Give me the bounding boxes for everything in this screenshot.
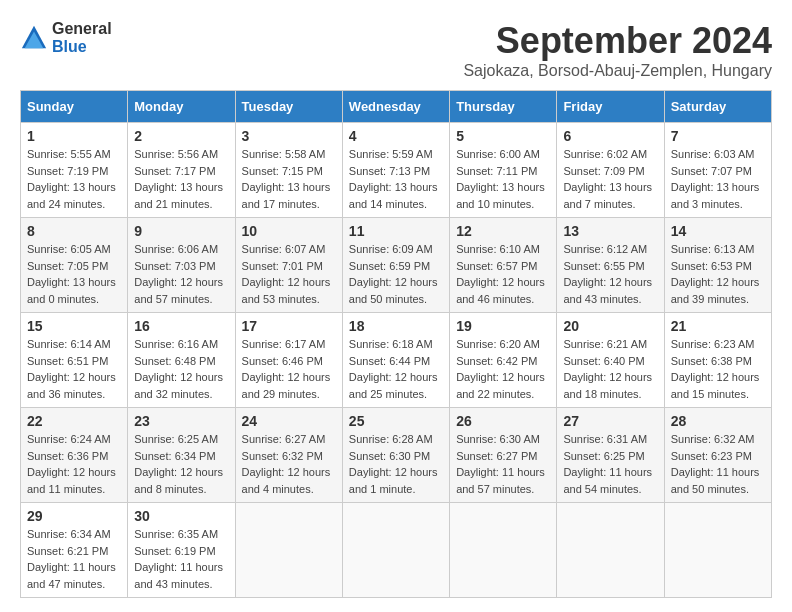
- day-number: 9: [134, 223, 228, 239]
- day-cell: 11Sunrise: 6:09 AM Sunset: 6:59 PM Dayli…: [342, 218, 449, 313]
- day-cell: 10Sunrise: 6:07 AM Sunset: 7:01 PM Dayli…: [235, 218, 342, 313]
- day-cell: 18Sunrise: 6:18 AM Sunset: 6:44 PM Dayli…: [342, 313, 449, 408]
- day-number: 18: [349, 318, 443, 334]
- day-cell: 27Sunrise: 6:31 AM Sunset: 6:25 PM Dayli…: [557, 408, 664, 503]
- week-row-4: 22Sunrise: 6:24 AM Sunset: 6:36 PM Dayli…: [21, 408, 772, 503]
- day-cell: 15Sunrise: 6:14 AM Sunset: 6:51 PM Dayli…: [21, 313, 128, 408]
- day-detail: Sunrise: 5:59 AM Sunset: 7:13 PM Dayligh…: [349, 146, 443, 212]
- logo-general: General: [52, 20, 112, 38]
- title-section: September 2024 Sajokaza, Borsod-Abauj-Ze…: [463, 20, 772, 80]
- month-title: September 2024: [463, 20, 772, 62]
- weekday-header-row: Sunday Monday Tuesday Wednesday Thursday…: [21, 91, 772, 123]
- day-detail: Sunrise: 6:20 AM Sunset: 6:42 PM Dayligh…: [456, 336, 550, 402]
- day-cell: 21Sunrise: 6:23 AM Sunset: 6:38 PM Dayli…: [664, 313, 771, 408]
- day-detail: Sunrise: 6:14 AM Sunset: 6:51 PM Dayligh…: [27, 336, 121, 402]
- day-detail: Sunrise: 5:56 AM Sunset: 7:17 PM Dayligh…: [134, 146, 228, 212]
- day-detail: Sunrise: 6:07 AM Sunset: 7:01 PM Dayligh…: [242, 241, 336, 307]
- day-number: 23: [134, 413, 228, 429]
- day-detail: Sunrise: 6:05 AM Sunset: 7:05 PM Dayligh…: [27, 241, 121, 307]
- day-number: 4: [349, 128, 443, 144]
- day-cell: 28Sunrise: 6:32 AM Sunset: 6:23 PM Dayli…: [664, 408, 771, 503]
- page-header: General Blue September 2024 Sajokaza, Bo…: [20, 20, 772, 80]
- day-number: 30: [134, 508, 228, 524]
- day-number: 16: [134, 318, 228, 334]
- day-cell: 6Sunrise: 6:02 AM Sunset: 7:09 PM Daylig…: [557, 123, 664, 218]
- day-detail: Sunrise: 6:34 AM Sunset: 6:21 PM Dayligh…: [27, 526, 121, 592]
- day-number: 6: [563, 128, 657, 144]
- header-thursday: Thursday: [450, 91, 557, 123]
- day-detail: Sunrise: 6:00 AM Sunset: 7:11 PM Dayligh…: [456, 146, 550, 212]
- day-cell: 3Sunrise: 5:58 AM Sunset: 7:15 PM Daylig…: [235, 123, 342, 218]
- day-number: 17: [242, 318, 336, 334]
- day-cell: [664, 503, 771, 598]
- day-cell: 14Sunrise: 6:13 AM Sunset: 6:53 PM Dayli…: [664, 218, 771, 313]
- week-row-1: 1Sunrise: 5:55 AM Sunset: 7:19 PM Daylig…: [21, 123, 772, 218]
- day-detail: Sunrise: 6:24 AM Sunset: 6:36 PM Dayligh…: [27, 431, 121, 497]
- day-number: 8: [27, 223, 121, 239]
- day-number: 21: [671, 318, 765, 334]
- day-number: 22: [27, 413, 121, 429]
- day-cell: 9Sunrise: 6:06 AM Sunset: 7:03 PM Daylig…: [128, 218, 235, 313]
- day-number: 25: [349, 413, 443, 429]
- day-detail: Sunrise: 6:31 AM Sunset: 6:25 PM Dayligh…: [563, 431, 657, 497]
- day-cell: 29Sunrise: 6:34 AM Sunset: 6:21 PM Dayli…: [21, 503, 128, 598]
- day-detail: Sunrise: 6:32 AM Sunset: 6:23 PM Dayligh…: [671, 431, 765, 497]
- week-row-3: 15Sunrise: 6:14 AM Sunset: 6:51 PM Dayli…: [21, 313, 772, 408]
- day-number: 14: [671, 223, 765, 239]
- day-detail: Sunrise: 6:28 AM Sunset: 6:30 PM Dayligh…: [349, 431, 443, 497]
- day-number: 1: [27, 128, 121, 144]
- week-row-5: 29Sunrise: 6:34 AM Sunset: 6:21 PM Dayli…: [21, 503, 772, 598]
- day-detail: Sunrise: 6:35 AM Sunset: 6:19 PM Dayligh…: [134, 526, 228, 592]
- day-cell: 5Sunrise: 6:00 AM Sunset: 7:11 PM Daylig…: [450, 123, 557, 218]
- calendar-table: Sunday Monday Tuesday Wednesday Thursday…: [20, 90, 772, 598]
- header-monday: Monday: [128, 91, 235, 123]
- day-detail: Sunrise: 6:16 AM Sunset: 6:48 PM Dayligh…: [134, 336, 228, 402]
- day-detail: Sunrise: 6:25 AM Sunset: 6:34 PM Dayligh…: [134, 431, 228, 497]
- day-number: 28: [671, 413, 765, 429]
- logo-text: General Blue: [52, 20, 112, 56]
- day-cell: 30Sunrise: 6:35 AM Sunset: 6:19 PM Dayli…: [128, 503, 235, 598]
- day-cell: [342, 503, 449, 598]
- day-number: 19: [456, 318, 550, 334]
- day-detail: Sunrise: 6:17 AM Sunset: 6:46 PM Dayligh…: [242, 336, 336, 402]
- day-number: 7: [671, 128, 765, 144]
- logo-blue: Blue: [52, 38, 112, 56]
- header-saturday: Saturday: [664, 91, 771, 123]
- day-number: 5: [456, 128, 550, 144]
- day-cell: 2Sunrise: 5:56 AM Sunset: 7:17 PM Daylig…: [128, 123, 235, 218]
- day-cell: 1Sunrise: 5:55 AM Sunset: 7:19 PM Daylig…: [21, 123, 128, 218]
- day-cell: [450, 503, 557, 598]
- day-number: 11: [349, 223, 443, 239]
- day-cell: 16Sunrise: 6:16 AM Sunset: 6:48 PM Dayli…: [128, 313, 235, 408]
- day-number: 27: [563, 413, 657, 429]
- day-detail: Sunrise: 6:23 AM Sunset: 6:38 PM Dayligh…: [671, 336, 765, 402]
- day-detail: Sunrise: 6:13 AM Sunset: 6:53 PM Dayligh…: [671, 241, 765, 307]
- week-row-2: 8Sunrise: 6:05 AM Sunset: 7:05 PM Daylig…: [21, 218, 772, 313]
- day-number: 10: [242, 223, 336, 239]
- day-cell: 25Sunrise: 6:28 AM Sunset: 6:30 PM Dayli…: [342, 408, 449, 503]
- day-cell: 17Sunrise: 6:17 AM Sunset: 6:46 PM Dayli…: [235, 313, 342, 408]
- day-detail: Sunrise: 6:12 AM Sunset: 6:55 PM Dayligh…: [563, 241, 657, 307]
- day-number: 26: [456, 413, 550, 429]
- header-wednesday: Wednesday: [342, 91, 449, 123]
- day-detail: Sunrise: 6:27 AM Sunset: 6:32 PM Dayligh…: [242, 431, 336, 497]
- day-cell: 22Sunrise: 6:24 AM Sunset: 6:36 PM Dayli…: [21, 408, 128, 503]
- day-number: 24: [242, 413, 336, 429]
- day-detail: Sunrise: 6:06 AM Sunset: 7:03 PM Dayligh…: [134, 241, 228, 307]
- header-sunday: Sunday: [21, 91, 128, 123]
- location-subtitle: Sajokaza, Borsod-Abauj-Zemplen, Hungary: [463, 62, 772, 80]
- day-cell: [235, 503, 342, 598]
- day-cell: 7Sunrise: 6:03 AM Sunset: 7:07 PM Daylig…: [664, 123, 771, 218]
- day-number: 15: [27, 318, 121, 334]
- day-detail: Sunrise: 6:02 AM Sunset: 7:09 PM Dayligh…: [563, 146, 657, 212]
- day-detail: Sunrise: 6:30 AM Sunset: 6:27 PM Dayligh…: [456, 431, 550, 497]
- day-cell: 19Sunrise: 6:20 AM Sunset: 6:42 PM Dayli…: [450, 313, 557, 408]
- day-cell: 23Sunrise: 6:25 AM Sunset: 6:34 PM Dayli…: [128, 408, 235, 503]
- day-number: 2: [134, 128, 228, 144]
- day-cell: 8Sunrise: 6:05 AM Sunset: 7:05 PM Daylig…: [21, 218, 128, 313]
- logo: General Blue: [20, 20, 112, 56]
- header-friday: Friday: [557, 91, 664, 123]
- day-cell: 26Sunrise: 6:30 AM Sunset: 6:27 PM Dayli…: [450, 408, 557, 503]
- day-cell: [557, 503, 664, 598]
- day-cell: 13Sunrise: 6:12 AM Sunset: 6:55 PM Dayli…: [557, 218, 664, 313]
